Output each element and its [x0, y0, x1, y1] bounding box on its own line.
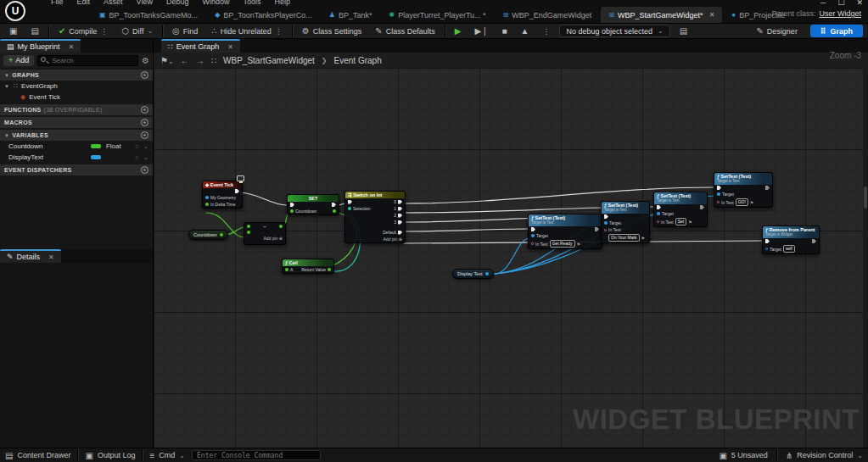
node-settext-set[interactable]: ƒ SetText (Text)Target is Text Target In…	[653, 192, 708, 227]
subtract-a-pin[interactable]	[247, 225, 250, 228]
graph-scrollbar[interactable]	[863, 68, 868, 448]
case-0-pin[interactable]	[398, 200, 402, 204]
target-pin[interactable]	[531, 234, 535, 237]
target-pin[interactable]	[765, 248, 768, 250]
tree-item-eventgraph[interactable]: ▼∷EventGraph	[0, 81, 153, 92]
menu-tools[interactable]: Tools	[243, 0, 260, 7]
cmd-dropdown[interactable]: ≡Cmd⌄	[149, 451, 185, 460]
content-drawer-button[interactable]: ▤Content Drawer	[5, 451, 70, 460]
node-subtract[interactable]: – Add pin ⊕	[244, 222, 286, 245]
back-arrow-icon[interactable]: ←	[181, 56, 189, 65]
in-text-pin[interactable]	[604, 229, 607, 231]
add-graph-icon[interactable]: +	[141, 71, 148, 79]
node-switch-on-int[interactable]: ⇶ Switch on Int 0 Selection1 2 3 Default…	[344, 191, 406, 243]
node-remove-from-parent[interactable]: ƒ Remove from ParentTarget is Widget Tar…	[762, 225, 820, 254]
localization-icon[interactable]: ⚑	[688, 220, 692, 225]
section-event-dispatchers[interactable]: EVENT DISPATCHERS+	[0, 164, 153, 175]
visibility-icon[interactable]: ⌄	[143, 143, 148, 150]
section-macros[interactable]: MACROS+	[0, 117, 153, 128]
tab-details[interactable]: ✎ Details ✕	[0, 249, 61, 263]
tab-close-icon[interactable]: ✕	[69, 43, 75, 51]
add-dispatcher-icon[interactable]: +	[141, 166, 148, 174]
parent-class-link[interactable]: User Widget	[819, 9, 861, 18]
menu-asset[interactable]: Asset	[104, 0, 123, 7]
hide-unrelated-button[interactable]: ∴Hide Unrelated⋮	[207, 24, 286, 38]
exec-in-pin[interactable]	[657, 205, 661, 209]
exec-out-pin[interactable]	[235, 189, 239, 193]
menu-edit[interactable]: Edit	[77, 0, 91, 7]
exec-in-pin[interactable]	[531, 227, 535, 231]
browse-button[interactable]: ▤	[26, 24, 42, 38]
asset-tab-startgamewidget[interactable]: ⊞WBP_StartGameWidget*✕	[601, 7, 722, 23]
display-text-out-pin[interactable]	[485, 272, 489, 276]
menu-file[interactable]: File	[51, 0, 64, 7]
variable-countdown[interactable]: Countdown Float ○⌄	[0, 141, 153, 152]
stop-button[interactable]: ■	[497, 24, 511, 38]
unsaved-button[interactable]: ▣5 Unsaved	[719, 451, 767, 460]
in-text-value[interactable]: Get Ready	[550, 240, 575, 248]
exec-out-pin[interactable]	[595, 227, 599, 231]
tab-close-icon[interactable]: ✕	[48, 253, 54, 261]
countdown-in-pin[interactable]	[290, 209, 294, 213]
menu-window[interactable]: Window	[202, 0, 229, 7]
asset-tab-gamemode[interactable]: ▣BP_ToonTanksGameMo...	[92, 7, 205, 23]
class-defaults-button[interactable]: ✎Class Defaults	[371, 24, 439, 38]
exec-out-pin[interactable]	[332, 203, 336, 207]
in-text-value[interactable]: GO!	[736, 198, 748, 206]
node-set-countdown[interactable]: SET Countdown	[287, 194, 339, 215]
add-macro-icon[interactable]: +	[141, 119, 148, 126]
delta-time-pin[interactable]	[205, 203, 209, 206]
node-event-tick[interactable]: ◆ Event Tick My Geometry In Delta Time	[202, 181, 243, 209]
close-button[interactable]: ✕	[856, 0, 863, 7]
exec-out-pin[interactable]	[700, 205, 704, 209]
asset-tab-endgamewidget[interactable]: ⊞WBP_EndGameWidget	[496, 7, 600, 23]
section-graphs[interactable]: ▼GRAPHS+	[0, 70, 153, 81]
section-functions[interactable]: FUNCTIONS(38 OVERRIDABLE)+	[0, 104, 153, 115]
section-variables[interactable]: ▼VARIABLES+	[0, 130, 153, 141]
find-button[interactable]: ◎Find	[168, 24, 202, 38]
selection-pin[interactable]	[348, 207, 351, 210]
target-pin[interactable]	[604, 221, 608, 225]
search-input[interactable]	[37, 55, 138, 66]
output-log-button[interactable]: ▣Output Log	[85, 451, 135, 460]
designer-button[interactable]: ✎Designer	[752, 24, 801, 38]
tab-my-blueprint[interactable]: ▤ My Blueprint ✕	[0, 39, 81, 53]
countdown-out-pin[interactable]	[220, 233, 223, 237]
compile-options-icon[interactable]: ⋮	[100, 27, 108, 36]
in-text-pin[interactable]	[657, 220, 659, 223]
in-text-pin[interactable]	[717, 201, 720, 203]
subtract-b-pin[interactable]	[247, 231, 250, 234]
ceil-return-pin[interactable]	[328, 268, 331, 271]
add-variable-icon[interactable]: +	[141, 131, 148, 139]
add-button[interactable]: +Add	[3, 55, 34, 66]
subtract-out-pin[interactable]	[279, 225, 283, 228]
debug-browse-button[interactable]: ▤	[675, 24, 692, 38]
text-type-pill[interactable]	[91, 155, 101, 159]
localization-icon[interactable]: ⚑	[750, 200, 753, 205]
graph-canvas[interactable]: ◆ Event Tick My Geometry In Delta Time C…	[154, 68, 868, 448]
float-type-pill[interactable]	[91, 144, 101, 148]
bookmark-icon[interactable]: ⚑⌄	[160, 56, 174, 65]
bell-icon[interactable]: ○	[135, 143, 138, 150]
in-text-pin[interactable]	[531, 242, 534, 245]
variable-displaytext[interactable]: DisplayText ○⌄	[0, 152, 153, 163]
target-value[interactable]: self	[783, 245, 795, 253]
node-get-display-text[interactable]: Display Text	[452, 269, 494, 279]
target-pin[interactable]	[717, 192, 720, 196]
case-3-pin[interactable]	[398, 220, 402, 225]
play-options-button[interactable]: ⋮	[538, 24, 554, 38]
menu-help[interactable]: Help	[274, 0, 290, 7]
exec-in-pin[interactable]	[290, 203, 294, 207]
countdown-out-pin[interactable]	[333, 209, 336, 213]
node-settext-get-ready[interactable]: ƒ SetText (Text)Target is Text Target In…	[528, 214, 602, 249]
asset-tab-playercontroller[interactable]: ◆BP_ToonTanksPlayerCo...	[207, 7, 320, 23]
node-settext-go[interactable]: ƒ SetText (Text)Target is Text Target In…	[714, 172, 773, 208]
diff-button[interactable]: ⬡Diff⌄	[117, 24, 157, 38]
compile-button[interactable]: ✔Compile⋮	[54, 24, 112, 38]
play-button[interactable]: ▶	[451, 24, 466, 38]
node-settext-on-your-mark[interactable]: ƒ SetText (Text)Target is Text Target In…	[601, 201, 650, 243]
tree-item-event-tick[interactable]: ◈Event Tick	[0, 92, 153, 103]
exec-in-pin[interactable]	[765, 239, 770, 243]
eject-button[interactable]: ▲	[517, 24, 534, 38]
breadcrumb-root[interactable]: WBP_StartGameWidget	[223, 56, 315, 65]
